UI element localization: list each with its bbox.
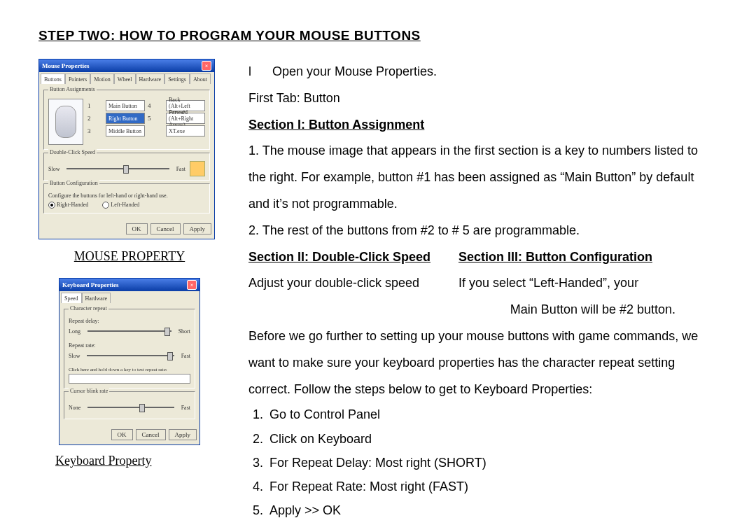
cancel-button[interactable]: Cancel [150, 223, 181, 234]
step-5: Apply >> OK [267, 498, 718, 522]
test-input[interactable] [69, 374, 190, 384]
dc-slider[interactable] [123, 165, 129, 174]
mouse-icon [48, 99, 83, 145]
folder-icon [190, 161, 205, 176]
body-text: lOpen your Mouse Properties. First Tab: … [220, 59, 718, 522]
section-2-heading: Section II: Double-Click Speed [248, 250, 430, 264]
caption-mouse: MOUSE PROPERTY [38, 249, 220, 264]
section-3-heading: Section III: Button Configuration [458, 250, 652, 264]
blink-slider[interactable] [139, 404, 145, 412]
figure-column: Mouse Properties × Buttons Pointers Moti… [38, 59, 220, 522]
tab-wheel[interactable]: Wheel [114, 74, 136, 84]
ok-button[interactable]: OK [111, 429, 133, 440]
keyboard-steps: Go to Control Panel Click on Keyboard Fo… [248, 402, 718, 522]
mouse-properties-dialog: Mouse Properties × Buttons Pointers Moti… [38, 59, 215, 239]
caption-keyboard: Keyboard Property [38, 454, 220, 468]
tab-pointers[interactable]: Pointers [65, 74, 90, 84]
mouse-tabs: Buttons Pointers Motion Wheel Hardware S… [39, 72, 214, 84]
group-doubleclick: Double-Click Speed [48, 149, 97, 155]
tab-settings[interactable]: Settings [164, 74, 190, 84]
mouse-dlg-title: Mouse Properties [42, 62, 90, 69]
close-icon[interactable]: × [202, 61, 211, 71]
close-icon[interactable]: × [187, 280, 197, 290]
apply-button[interactable]: Apply [169, 429, 197, 440]
tab-hardware-k[interactable]: Hardware [82, 293, 111, 303]
section-1-heading: Section I: Button Assignment [248, 112, 718, 139]
step-4: For Repeat Rate: Most right (FAST) [267, 475, 718, 498]
combo-3[interactable]: Middle Button [106, 125, 145, 136]
group-button-assign: Button Assignments [48, 86, 97, 92]
page-title: STEP TWO: HOW TO PROGRAM YOUR MOUSE BUTT… [38, 28, 718, 43]
tab-about[interactable]: About [190, 74, 211, 84]
step-1: Go to Control Panel [267, 402, 718, 426]
combo-1[interactable]: Main Button [106, 100, 145, 111]
radio-left[interactable]: Left-Handed [102, 202, 139, 209]
apply-button[interactable]: Apply [183, 223, 212, 234]
rate-slider[interactable] [167, 352, 173, 360]
keyboard-properties-dialog: Keyboard Properties × Speed Hardware Cha… [59, 278, 200, 445]
combo-2[interactable]: Right Button [106, 113, 145, 124]
combo-xt[interactable]: XT.exe [166, 125, 205, 136]
step-3: For Repeat Delay: Most right (SHORT) [267, 451, 718, 475]
delay-slider[interactable] [164, 328, 170, 336]
step-2: Click on Keyboard [267, 427, 718, 451]
radio-right[interactable]: Right-Handed [48, 202, 88, 209]
cancel-button[interactable]: Cancel [136, 429, 166, 440]
combo-5[interactable]: Forward (Alt+Right Arrow) [166, 113, 205, 124]
group-bconfig: Button Configuration [48, 180, 99, 186]
tab-motion[interactable]: Motion [90, 74, 114, 84]
kbd-dlg-title: Keyboard Properties [62, 281, 119, 288]
ok-button[interactable]: OK [126, 223, 148, 234]
tab-speed[interactable]: Speed [61, 293, 82, 303]
tab-hardware[interactable]: Hardware [136, 74, 165, 84]
tab-buttons[interactable]: Buttons [41, 74, 65, 84]
